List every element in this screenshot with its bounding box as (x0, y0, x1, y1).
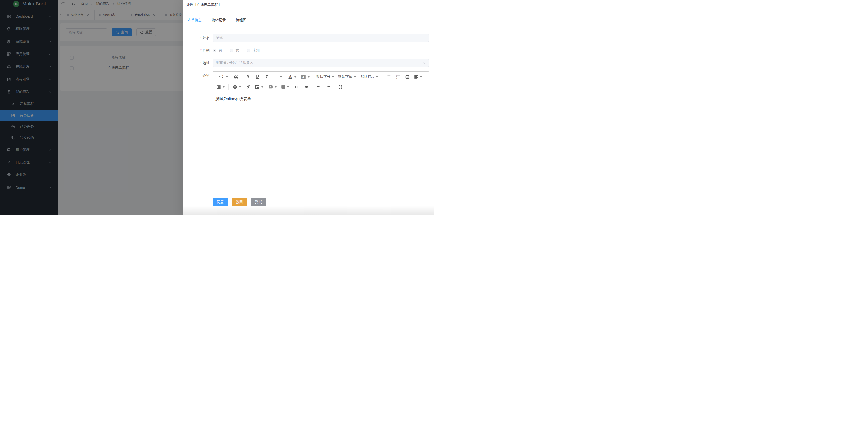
toolbar-select-label: 默认字体 (338, 75, 352, 79)
line-height-select[interactable]: 默认行高 (361, 72, 378, 82)
caret-down-icon (308, 76, 310, 78)
reject-button[interactable]: 驳回 (232, 198, 247, 206)
italic-icon (265, 75, 269, 79)
gender-radio[interactable]: 女 (230, 48, 239, 53)
bullet-list-icon[interactable] (386, 72, 391, 82)
indent-select-icon[interactable] (216, 82, 224, 92)
drawer-header: 处理【在线表单流程】 (183, 0, 434, 12)
blockquote-icon[interactable] (233, 72, 239, 82)
caret-down-icon (239, 86, 241, 88)
address-label-text: 地址 (203, 61, 210, 65)
caret-down-icon (226, 76, 228, 78)
form-row-address: *地址 湖南省 / 长沙市 / 岳麓区 (188, 59, 429, 67)
redo-icon (326, 85, 331, 89)
toolbar-select-label: 默认行高 (361, 75, 375, 79)
underline-icon (255, 75, 260, 79)
svg-text:3: 3 (396, 78, 397, 79)
insert-video-icon (268, 84, 273, 89)
toolbar-divider (382, 74, 382, 80)
drawer-body: 表单信息流转记录流程图 *姓名 测试 *性别 男女未知 *地址 (183, 12, 434, 215)
todo-list-icon[interactable] (405, 72, 409, 82)
approve-button[interactable]: 同意 (213, 198, 228, 206)
caret-down-icon (261, 86, 263, 88)
form-row-intro: 介绍 正文AA默认字号默认字体默认行高123 测试Online在线表单 (188, 71, 429, 193)
ordered-list-icon[interactable]: 123 (396, 72, 400, 82)
undo-icon (316, 85, 321, 89)
align-select-icon (414, 75, 418, 79)
redo-icon[interactable] (326, 82, 331, 92)
horizontal-rule-icon[interactable] (304, 82, 309, 92)
gender-label: *性别 (188, 46, 213, 54)
drawer-tab[interactable]: 流转记录 (207, 16, 231, 25)
radio-circle-icon (230, 49, 234, 52)
drawer-title: 处理【在线表单流程】 (186, 2, 221, 7)
gender-label-text: 性别 (203, 48, 210, 52)
caret-down-icon (332, 76, 334, 78)
page: Maku Boot Dashboard权限管理系统设置应用管理在线开发流程引擎我… (0, 0, 434, 215)
insert-image-icon[interactable] (255, 82, 263, 92)
required-asterisk: * (200, 61, 202, 65)
editor-toolbar-row-2 (213, 82, 429, 92)
font-size-select[interactable]: 默认字号 (316, 72, 334, 82)
drawer-tab[interactable]: 表单信息 (188, 16, 207, 25)
caret-down-icon (376, 76, 378, 78)
underline-icon[interactable] (255, 72, 260, 82)
drawer-tabs: 表单信息流转记录流程图 (188, 16, 429, 25)
drawer-tab[interactable]: 流程图 (231, 16, 251, 25)
radio-circle-icon (213, 49, 216, 52)
gender-radio[interactable]: 未知 (247, 48, 260, 53)
italic-icon[interactable] (265, 72, 269, 82)
caret-down-icon (222, 86, 224, 88)
todo-list-icon (405, 75, 409, 79)
editor-toolbar-row-1: 正文AA默认字号默认字体默认行高123 (213, 72, 429, 82)
code-block-icon[interactable] (294, 82, 299, 92)
insert-link-icon[interactable] (246, 82, 251, 92)
radio-label: 女 (236, 48, 239, 53)
font-color-icon[interactable]: A (288, 72, 297, 82)
toolbar-divider (334, 84, 334, 90)
fullscreen-icon[interactable] (338, 82, 342, 92)
fullscreen-icon (338, 85, 342, 89)
delegate-button[interactable]: 委托 (251, 198, 266, 206)
bg-color-icon[interactable]: A (301, 72, 310, 82)
name-input[interactable]: 测试 (213, 34, 429, 42)
bold-icon[interactable] (246, 72, 250, 82)
form-field: 测试 (213, 34, 429, 42)
emoji-select-icon (232, 85, 237, 89)
drawer-bottom-fade (183, 206, 434, 215)
name-label: *姓名 (188, 34, 213, 42)
drawer-actions: 同意驳回委托 (213, 198, 429, 206)
caret-down-icon (280, 76, 282, 78)
insert-video-icon[interactable] (268, 82, 277, 92)
drawer-close-icon[interactable] (424, 2, 429, 7)
font-family-select[interactable]: 默认字体 (338, 72, 356, 82)
undo-icon[interactable] (316, 82, 321, 92)
gender-radio[interactable]: 男 (213, 48, 222, 53)
process-drawer: 处理【在线表单流程】 表单信息流转记录流程图 *姓名 测试 *性别 男女未知 (183, 0, 434, 215)
code-block-icon (294, 85, 299, 89)
ordered-list-icon: 123 (396, 75, 400, 79)
bullet-list-icon (386, 75, 391, 79)
caret-down-icon (294, 76, 297, 78)
intro-label-text: 介绍 (203, 74, 210, 78)
bg-color-icon: A (301, 74, 306, 80)
align-select-icon[interactable] (414, 72, 422, 82)
intro-label: 介绍 (188, 71, 213, 193)
toolbar-divider (242, 74, 242, 80)
caret-down-icon (420, 76, 422, 78)
paragraph-style-select[interactable]: 正文 (217, 72, 228, 82)
form-field: 正文AA默认字号默认字体默认行高123 测试Online在线表单 (213, 71, 429, 193)
editor-content[interactable]: 测试Online在线表单 (213, 92, 429, 102)
radio-label: 未知 (253, 48, 260, 53)
bold-icon (246, 75, 250, 79)
required-asterisk: * (200, 36, 202, 40)
emoji-select-icon[interactable] (232, 82, 241, 92)
svg-text:A: A (302, 75, 305, 79)
more-styles-icon[interactable] (274, 72, 282, 82)
editor-toolbar: 正文AA默认字号默认字体默认行高123 (213, 72, 429, 92)
address-label: *地址 (188, 59, 213, 67)
radio-circle-icon (247, 49, 250, 52)
insert-table-icon[interactable] (281, 82, 289, 92)
address-select[interactable]: 湖南省 / 长沙市 / 岳麓区 (213, 59, 429, 67)
insert-table-icon (281, 85, 286, 89)
